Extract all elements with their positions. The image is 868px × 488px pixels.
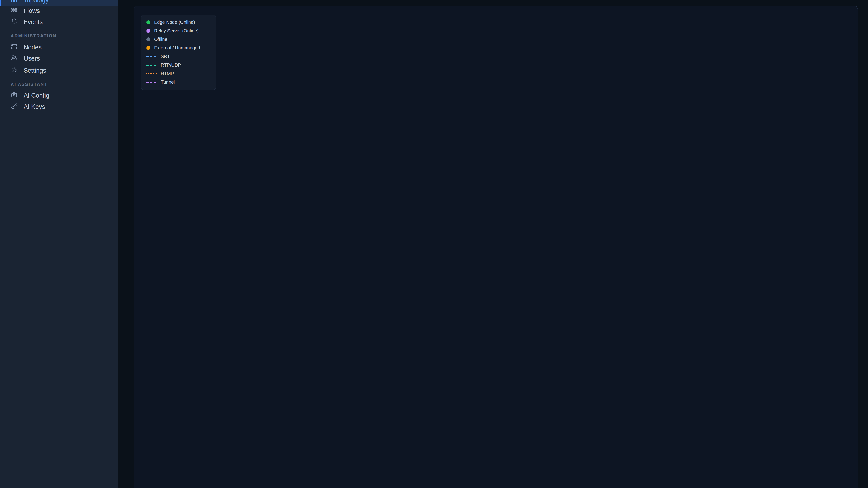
users-icon [11, 54, 18, 63]
legend-dot-icon [147, 37, 150, 41]
legend-label: RTP/UDP [161, 62, 181, 68]
legend-dash-icon [147, 56, 157, 57]
legend-label: External / Unmanaged [154, 45, 200, 51]
legend-label: RTMP [161, 71, 174, 76]
legend-label: Edge Node (Online) [154, 20, 195, 25]
legend-item: SRT [147, 52, 211, 61]
sidebar-item-label: Flows [24, 7, 40, 14]
sidebar-item-label: Settings [24, 67, 46, 74]
legend-label: Tunnel [161, 79, 175, 85]
sidebar-item-label: Nodes [24, 44, 42, 51]
legend-dash-icon [147, 82, 157, 83]
ai-keys-icon [11, 103, 18, 111]
legend-item: Relay Server (Online) [147, 27, 211, 35]
sidebar-item-label: Topology [24, 0, 49, 4]
legend-item: External / Unmanaged [147, 44, 211, 52]
sidebar-item-label: AI Config [24, 92, 49, 99]
legend-label: SRT [161, 54, 170, 59]
legend-dash-icon [147, 65, 157, 66]
legend-label: Relay Server (Online) [154, 28, 198, 34]
sidebar: TopologyFlowsEventsADMINISTRATIONNodesUs… [0, 0, 118, 488]
legend-item: RTMP [147, 69, 211, 78]
legend: Edge Node (Online)Relay Server (Online)O… [141, 14, 216, 90]
sidebar-section-ai-assistant: AI ASSISTANT [11, 82, 48, 87]
legend-dot-icon [147, 29, 150, 33]
topology-icon [11, 0, 18, 5]
settings-icon [11, 66, 18, 75]
flows-icon [11, 7, 18, 15]
sidebar-item-ai-config[interactable]: AI Config [0, 90, 118, 101]
sidebar-item-label: Events [24, 19, 43, 26]
legend-label: Offline [154, 37, 167, 42]
sidebar-item-ai-keys[interactable]: AI Keys [0, 101, 118, 112]
ai-config-icon [11, 91, 18, 100]
sidebar-item-label: AI Keys [24, 103, 45, 110]
legend-dot-icon [147, 46, 150, 50]
sidebar-item-settings[interactable]: Settings [0, 65, 118, 76]
legend-item: Edge Node (Online) [147, 18, 211, 27]
topology-canvas[interactable] [134, 5, 858, 488]
sidebar-item-events[interactable]: Events [0, 17, 118, 27]
legend-dot-icon [147, 20, 150, 24]
legend-item: RTP/UDP [147, 61, 211, 69]
sidebar-section-administration: ADMINISTRATION [11, 33, 57, 38]
legend-dash-icon [147, 73, 157, 74]
nodes-icon [11, 43, 18, 52]
sidebar-item-nodes[interactable]: Nodes [0, 42, 118, 53]
sidebar-item-topology[interactable]: Topology [0, 0, 118, 5]
legend-item: Tunnel [147, 78, 211, 87]
sidebar-item-users[interactable]: Users [0, 53, 118, 64]
events-icon [11, 18, 18, 26]
legend-item: Offline [147, 35, 211, 44]
sidebar-item-label: Users [24, 55, 40, 62]
sidebar-item-flows[interactable]: Flows [0, 5, 118, 16]
